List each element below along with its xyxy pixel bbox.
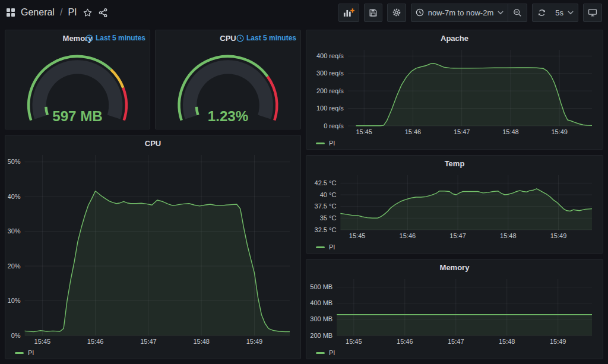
legend-series-color	[316, 246, 325, 248]
clock-circle-icon	[236, 34, 244, 42]
temp-time-series-chart[interactable]: 15:4515:4615:4715:4815:4932.5 °C35 °C37.…	[309, 172, 600, 240]
svg-text:15:49: 15:49	[550, 338, 566, 345]
svg-text:15:45: 15:45	[34, 338, 51, 345]
memory-gauge: 597 MB	[5, 46, 150, 126]
dashboard-settings-button[interactable]	[387, 4, 406, 22]
svg-text:15:46: 15:46	[400, 232, 416, 239]
save-icon	[369, 8, 378, 17]
refresh-icon	[537, 8, 546, 17]
time-info: Last 5 minutes	[236, 30, 296, 46]
clock-icon	[416, 8, 424, 17]
svg-text:15:47: 15:47	[140, 338, 157, 345]
svg-text:0 req/s: 0 req/s	[324, 122, 344, 129]
refresh-button[interactable]	[533, 4, 551, 21]
svg-text:15:47: 15:47	[448, 338, 464, 345]
svg-text:15:48: 15:48	[502, 128, 519, 135]
legend-series-color	[316, 352, 325, 354]
svg-text:0%: 0%	[11, 332, 21, 339]
panel-title[interactable]: Temp	[445, 159, 465, 168]
add-panel-icon	[343, 8, 354, 18]
chevron-down-icon	[498, 10, 504, 15]
kiosk-mode-button[interactable]	[583, 4, 602, 22]
legend-series-label: PI	[329, 243, 335, 251]
svg-text:15:47: 15:47	[454, 128, 470, 135]
svg-text:300 req/s: 300 req/s	[316, 69, 344, 77]
svg-text:15:49: 15:49	[550, 232, 567, 239]
legend-series-label: PI	[329, 349, 335, 356]
apache-time-series-chart[interactable]: 15:4515:4615:4715:4815:490 req/s100 req/…	[309, 46, 600, 136]
legend-series-label: PI	[28, 349, 34, 356]
memory-time-series-chart[interactable]: 15:4515:4615:4715:4815:49200 MB300 MB400…	[309, 276, 600, 346]
share-icon[interactable]	[98, 8, 108, 18]
panel-memory-gauge: Memory Last 5 minutes 597 MB	[5, 30, 150, 129]
svg-text:300 MB: 300 MB	[310, 315, 332, 322]
zoom-out-icon	[513, 8, 522, 17]
time-range-label: now-7m to now-2m	[428, 8, 494, 17]
svg-text:15:46: 15:46	[87, 338, 104, 345]
breadcrumb-folder[interactable]: General	[21, 7, 55, 18]
time-picker-group: now-7m to now-2m	[411, 4, 528, 22]
svg-text:200 req/s: 200 req/s	[316, 87, 344, 94]
legend-series-color	[15, 352, 24, 354]
panel-cpu-graph: CPU 15:4515:4615:4715:4815:490%10%20%30%…	[5, 135, 301, 359]
zoom-out-time-button[interactable]	[508, 4, 527, 21]
svg-text:50%: 50%	[8, 158, 21, 165]
svg-text:400 MB: 400 MB	[310, 299, 332, 306]
chevron-down-icon	[568, 10, 574, 15]
svg-text:15:45: 15:45	[356, 128, 372, 135]
legend-item[interactable]: PI	[316, 349, 335, 356]
panel-title[interactable]: Memory	[440, 263, 470, 272]
svg-text:37.5 °C: 37.5 °C	[315, 202, 337, 210]
svg-text:400 req/s: 400 req/s	[316, 52, 344, 59]
svg-text:200 MB: 200 MB	[310, 332, 332, 339]
time-range-picker[interactable]: now-7m to now-2m	[411, 4, 508, 21]
svg-text:15:49: 15:49	[551, 128, 568, 135]
panel-title[interactable]: CPU	[145, 139, 161, 148]
refresh-interval-picker[interactable]: 5s	[551, 4, 578, 21]
svg-text:35 °C: 35 °C	[320, 214, 337, 221]
navbar: General / PI	[0, 0, 608, 25]
refresh-interval-label: 5s	[555, 8, 563, 17]
panel-temp: Temp 15:4515:4615:4715:4815:4932.5 °C35 …	[306, 155, 603, 254]
legend-item[interactable]: PI	[316, 140, 335, 147]
add-panel-button[interactable]	[338, 4, 359, 22]
panel-title[interactable]: Apache	[441, 34, 468, 43]
legend-series-color	[316, 143, 325, 144]
panel-memory-graph: Memory 15:4515:4615:4715:4815:49200 MB30…	[306, 259, 603, 359]
svg-text:15:48: 15:48	[193, 338, 210, 345]
star-icon[interactable]	[83, 8, 93, 18]
legend-item[interactable]: PI	[15, 349, 34, 356]
svg-text:15:48: 15:48	[499, 338, 515, 345]
panel-cpu-gauge: CPU Last 5 minutes 1.23%	[155, 30, 301, 129]
cpu-time-series-chart[interactable]: 15:4515:4615:4715:4815:490%10%20%30%40%5…	[8, 151, 298, 346]
apps-grid-icon[interactable]	[6, 8, 15, 17]
monitor-icon	[588, 8, 597, 17]
svg-text:15:45: 15:45	[346, 338, 362, 345]
svg-text:15:47: 15:47	[449, 232, 466, 239]
svg-text:15:45: 15:45	[349, 232, 366, 239]
svg-text:30%: 30%	[8, 227, 21, 235]
legend-series-label: PI	[329, 140, 335, 147]
svg-text:15:46: 15:46	[397, 338, 413, 345]
svg-text:40%: 40%	[8, 193, 21, 200]
settings-gear-icon	[392, 8, 401, 17]
breadcrumb-dashboard[interactable]: PI	[68, 7, 77, 18]
cpu-gauge: 1.23%	[156, 46, 300, 126]
panel-apache: Apache 15:4515:4615:4715:4815:490 req/s1…	[306, 30, 603, 150]
svg-text:20%: 20%	[8, 262, 21, 270]
panel-title[interactable]: CPU	[220, 34, 236, 43]
legend-item[interactable]: PI	[316, 243, 335, 251]
svg-text:1.23%: 1.23%	[208, 108, 248, 124]
refresh-group: 5s	[532, 4, 578, 22]
svg-text:100 req/s: 100 req/s	[316, 105, 344, 112]
svg-text:15:46: 15:46	[405, 128, 422, 135]
breadcrumb-separator: /	[60, 7, 62, 18]
save-dashboard-button[interactable]	[364, 4, 382, 22]
svg-text:40 °C: 40 °C	[320, 191, 337, 198]
svg-text:10%: 10%	[8, 297, 21, 304]
svg-text:500 MB: 500 MB	[310, 283, 332, 290]
svg-text:42.5 °C: 42.5 °C	[315, 179, 337, 186]
svg-text:32.5 °C: 32.5 °C	[315, 226, 337, 233]
svg-text:597 MB: 597 MB	[52, 108, 103, 124]
svg-text:15:48: 15:48	[500, 232, 517, 239]
